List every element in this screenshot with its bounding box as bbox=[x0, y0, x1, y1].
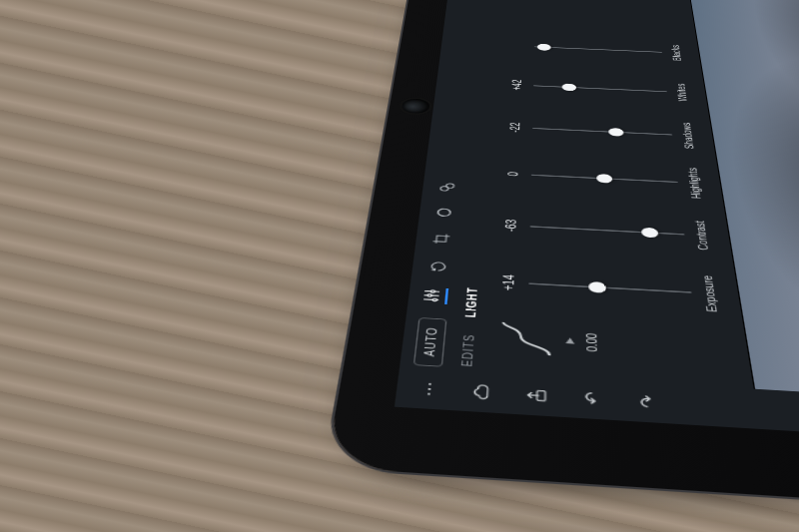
cloud-icon[interactable] bbox=[466, 381, 497, 403]
optics-icon[interactable] bbox=[431, 205, 456, 220]
slider-value: -63 bbox=[502, 219, 520, 232]
slider-track[interactable] bbox=[534, 46, 662, 52]
slider-highlights[interactable]: 0Highlights bbox=[504, 154, 704, 204]
slider-knob[interactable] bbox=[596, 174, 612, 184]
slider-label: Exposure bbox=[699, 275, 719, 312]
crop-icon[interactable] bbox=[428, 231, 453, 246]
undo-icon[interactable]: ↶ bbox=[576, 387, 607, 410]
svg-point-3 bbox=[431, 289, 435, 292]
curve-icon bbox=[496, 318, 554, 359]
curve-value: 0.00 bbox=[583, 332, 599, 351]
slider-knob[interactable] bbox=[588, 281, 606, 293]
tablet-device: ⋯ ↶ ↷ AUTO bbox=[326, 0, 799, 532]
slider-knob[interactable] bbox=[537, 44, 551, 51]
slider-knob[interactable] bbox=[608, 128, 624, 137]
slider-label: Whites bbox=[674, 83, 689, 101]
share-icon[interactable] bbox=[521, 384, 551, 406]
auto-button[interactable]: AUTO bbox=[413, 317, 447, 367]
slider-value bbox=[511, 46, 526, 47]
slider-blacks[interactable]: Blacks bbox=[511, 31, 684, 69]
redo-icon[interactable]: ↷ bbox=[631, 391, 663, 414]
svg-point-6 bbox=[446, 184, 454, 189]
svg-point-1 bbox=[432, 298, 436, 301]
slider-track[interactable] bbox=[531, 175, 678, 183]
app-screen: ⋯ ↶ ↷ AUTO bbox=[395, 0, 799, 462]
slider-label: Highlights bbox=[685, 168, 703, 200]
tab-light[interactable]: LIGHT bbox=[462, 286, 479, 317]
slider-track[interactable] bbox=[528, 282, 691, 292]
slider-value: +14 bbox=[499, 274, 518, 291]
more-icon[interactable]: ⋯ bbox=[412, 378, 444, 400]
slider-label: Contrast bbox=[692, 221, 710, 251]
slider-knob[interactable] bbox=[641, 228, 659, 239]
svg-point-2 bbox=[427, 293, 431, 296]
tab-edits[interactable]: EDITS bbox=[458, 333, 476, 366]
slider-whites[interactable]: +42Whites bbox=[509, 68, 690, 110]
slider-value: -22 bbox=[507, 122, 523, 133]
tone-curve[interactable]: ▶ 0.00 bbox=[496, 307, 601, 374]
healing-icon[interactable] bbox=[434, 180, 458, 194]
slider-track[interactable] bbox=[530, 226, 685, 235]
slider-contrast[interactable]: -63Contrast bbox=[501, 204, 711, 260]
slider-value: 0 bbox=[505, 172, 522, 177]
slider-label: Blacks bbox=[669, 45, 683, 61]
slider-knob[interactable] bbox=[562, 83, 576, 91]
slider-shadows[interactable]: -22Shadows bbox=[506, 109, 696, 155]
reset-icon[interactable] bbox=[425, 259, 451, 274]
curve-expand-icon[interactable]: ▶ bbox=[562, 337, 575, 344]
slider-label: Shadows bbox=[679, 122, 696, 149]
slider-value: +42 bbox=[509, 79, 525, 90]
sliders-icon[interactable] bbox=[421, 286, 448, 303]
slider-track[interactable] bbox=[533, 85, 667, 92]
front-camera bbox=[401, 99, 430, 114]
slider-track[interactable] bbox=[532, 128, 672, 136]
